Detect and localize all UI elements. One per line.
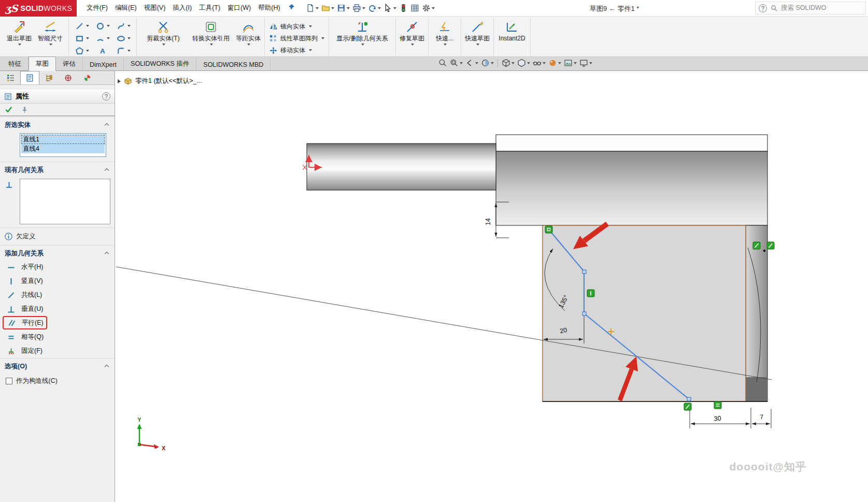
offset-entities-button[interactable]: 等距实体 (235, 19, 262, 46)
ds-logo-icon: ʒS (5, 3, 18, 14)
trim-entities-button[interactable]: 剪裁实体(T) (139, 19, 187, 46)
feature-manager-tab[interactable] (1, 71, 20, 84)
feature-tree-flyout[interactable]: 零件1 (默认<<默认>_... (118, 77, 202, 85)
menu-tools[interactable]: 工具(T) (195, 1, 224, 15)
smart-dimension-button[interactable]: 智能尺寸 (35, 19, 66, 46)
new-document-button[interactable] (305, 3, 320, 13)
fillet-tool-button[interactable] (113, 45, 134, 57)
dimension-7[interactable]: 7 (752, 409, 771, 428)
instant2d-button[interactable]: Instant2D (496, 19, 528, 42)
previous-view-button[interactable] (465, 58, 479, 68)
apply-scene-button[interactable] (563, 58, 577, 68)
line-tool-button[interactable] (72, 20, 92, 32)
linear-sketch-pattern-button[interactable]: 线性草图阵列 (267, 33, 326, 44)
add-relations-header[interactable]: 添加几何关系 (0, 245, 115, 260)
polygon-tool-button[interactable] (72, 45, 92, 57)
menu-file[interactable]: 文件(F) (83, 1, 111, 15)
relation-horizontal-button[interactable]: 水平(H) (0, 260, 115, 274)
open-document-button[interactable] (320, 3, 335, 13)
menu-insert[interactable]: 插入(I) (169, 1, 195, 15)
search-icon (771, 5, 777, 11)
panel-help-icon[interactable]: ? (102, 92, 110, 101)
spline-tool-button[interactable] (113, 20, 134, 32)
tab-dimxpert[interactable]: DimXpert (83, 59, 124, 70)
display-style-button[interactable] (517, 58, 531, 68)
relation-fix-button[interactable]: 固定(F) (0, 344, 115, 358)
edit-appearance-button[interactable] (548, 58, 562, 68)
relation-equal-button[interactable]: 相等(Q) (0, 330, 115, 344)
manager-tabs (0, 71, 115, 85)
search-input[interactable]: 搜索 SOLIDWO (781, 4, 827, 12)
print-button[interactable] (351, 3, 366, 13)
table-grid-button[interactable] (409, 3, 420, 13)
zoom-area-button[interactable] (449, 58, 463, 68)
section-view-button[interactable] (480, 58, 494, 68)
tab-solidworks-mbd[interactable]: SOLIDWORKS MBD (196, 59, 271, 70)
tab-evaluate[interactable]: 评估 (56, 57, 83, 70)
menu-edit[interactable]: 编辑(E) (111, 1, 140, 15)
expand-tree-icon[interactable] (118, 79, 121, 83)
help-icon[interactable]: ? (759, 4, 767, 12)
sketch-entity-tools: A (72, 19, 134, 57)
construction-line-option[interactable]: 作为构造线(C) (0, 373, 115, 389)
exit-sketch-button[interactable]: 退出草图 (4, 19, 35, 46)
pin-menu-icon[interactable] (286, 2, 296, 14)
rapid-sketch-button[interactable]: 快速草图 (464, 19, 491, 46)
graphics-area[interactable]: 零件1 (默认<<默认>_... (115, 71, 868, 502)
view-orientation-button[interactable] (501, 58, 515, 68)
list-item-line1[interactable]: 直线1 (21, 135, 105, 144)
menu-help[interactable]: 帮助(H) (254, 1, 283, 15)
text-tool-button[interactable]: A (92, 45, 113, 57)
tab-features[interactable]: 特征 (2, 57, 29, 70)
sketch-face[interactable] (543, 225, 746, 401)
model-viewport[interactable]: 14 135° 20 30 (115, 71, 867, 502)
relation-vertical-button[interactable]: 竖直(V) (0, 274, 115, 288)
selected-entities-header[interactable]: 所选实体 (0, 117, 115, 132)
tab-solidworks-addins[interactable]: SOLIDWORKS 插件 (124, 57, 196, 70)
relation-parallel-button[interactable]: 平行(E) (3, 316, 47, 329)
keep-visible-pin-icon[interactable] (21, 106, 28, 113)
svg-text:20: 20 (559, 326, 568, 335)
menu-window[interactable]: 窗口(W) (224, 1, 254, 15)
arc-tool-button[interactable] (92, 32, 113, 45)
display-delete-relations-button[interactable]: 显示/删除几何关系 (332, 19, 393, 46)
list-item-line4[interactable]: 直线4 (21, 144, 105, 153)
construction-line-checkbox[interactable] (6, 378, 12, 384)
collapse-chevron-icon (105, 123, 109, 127)
mirror-entities-button[interactable]: 镜向实体 (267, 21, 326, 32)
display-manager-tab[interactable] (78, 71, 97, 84)
tree-root-label[interactable]: 零件1 (默认<<默认>_... (135, 77, 202, 85)
undo-button[interactable] (367, 3, 382, 13)
move-entities-button[interactable]: 移动实体 (267, 45, 326, 56)
configuration-manager-tab[interactable] (39, 71, 59, 84)
ok-check-icon[interactable] (5, 106, 13, 113)
tab-sketch[interactable]: 草图 (29, 56, 56, 71)
dimxpert-manager-tab[interactable] (59, 71, 78, 84)
menu-view[interactable]: 视图(V) (140, 1, 169, 15)
convert-entities-button[interactable]: 转换实体引用 (187, 19, 235, 46)
repair-sketch-button[interactable]: 修复草图 (399, 19, 425, 46)
rectangle-tool-button[interactable] (72, 32, 92, 45)
options-header[interactable]: 选项(O) (0, 358, 115, 373)
rapid-dimension-button[interactable]: 快速... (431, 19, 458, 46)
relation-collinear-button[interactable]: 共线(L) (0, 288, 115, 302)
ellipse-tool-button[interactable] (113, 32, 134, 45)
zoom-fit-button[interactable] (438, 58, 448, 68)
existing-relations-header[interactable]: 现有几何关系 (0, 162, 115, 177)
panel-title: 属性 (16, 92, 29, 101)
collapse-chevron-icon (105, 364, 109, 368)
options-gear-button[interactable] (421, 3, 436, 13)
select-cursor-button[interactable] (382, 3, 397, 13)
circle-tool-button[interactable] (92, 20, 113, 32)
selected-entities-list[interactable]: 直线1 直线4 (20, 133, 106, 157)
relation-perpendicular-button[interactable]: 垂直(U) (0, 302, 115, 316)
save-button[interactable] (336, 3, 351, 13)
view-settings-button[interactable] (579, 58, 593, 68)
traffic-light-icon[interactable] (398, 3, 409, 13)
part-shaft[interactable] (307, 144, 496, 190)
search-box[interactable]: ? 搜索 SOLIDWO (755, 2, 866, 15)
horizontal-icon (7, 263, 16, 271)
existing-relations-list[interactable] (20, 179, 110, 224)
hide-show-items-button[interactable] (532, 58, 546, 68)
property-manager-tab[interactable] (20, 71, 39, 84)
